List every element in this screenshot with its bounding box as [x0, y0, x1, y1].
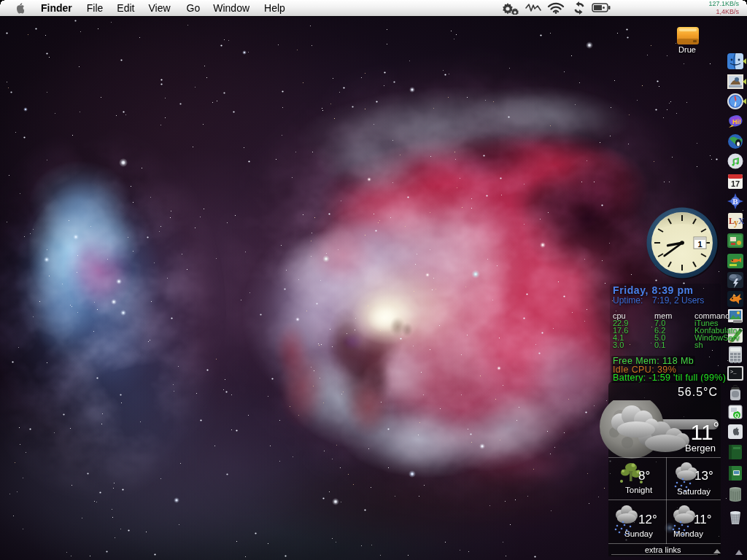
- svg-text:B: B: [732, 197, 738, 206]
- svg-text:Hi!: Hi!: [732, 118, 741, 125]
- svg-text:>_: >_: [730, 369, 737, 375]
- svg-text:17: 17: [731, 179, 740, 188]
- svg-text:1: 1: [697, 240, 702, 249]
- svg-text:X: X: [738, 216, 744, 226]
- svg-text:Q: Q: [735, 412, 739, 419]
